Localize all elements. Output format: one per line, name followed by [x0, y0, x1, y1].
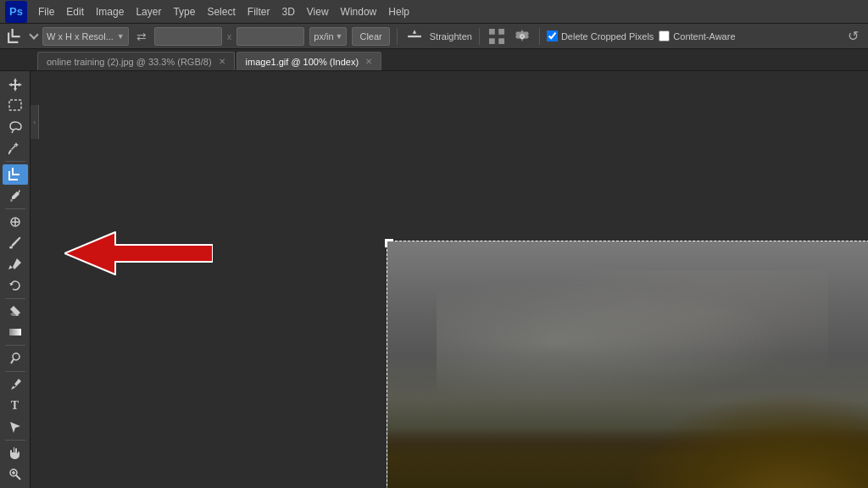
clouds-layer — [437, 270, 828, 413]
menu-edit[interactable]: Edit — [60, 3, 90, 20]
canvas-area[interactable]: › — [31, 71, 868, 488]
reset-icon[interactable]: ↺ — [843, 26, 863, 47]
tool-type[interactable]: T — [3, 396, 28, 416]
menu-3d[interactable]: 3D — [275, 3, 300, 20]
content-aware-checkbox[interactable] — [659, 30, 670, 42]
svg-line-13 — [16, 475, 20, 480]
tool-zoom[interactable] — [3, 464, 28, 485]
tab-image1[interactable]: image1.gif @ 100% (Index) ✕ — [236, 52, 381, 70]
menu-filter[interactable]: Filter — [242, 3, 276, 20]
svg-point-9 — [13, 353, 19, 360]
separator-1 — [397, 28, 398, 45]
tool-quick-select[interactable] — [3, 138, 28, 158]
tool-sep-3 — [5, 298, 25, 299]
svg-marker-16 — [64, 232, 213, 274]
svg-line-10 — [11, 359, 14, 363]
menu-window[interactable]: Window — [335, 3, 383, 20]
tool-move[interactable] — [3, 75, 28, 95]
tab-label-1: online training (2).jpg @ 33.3% (RGB/8) — [47, 57, 212, 67]
tool-lasso[interactable] — [3, 117, 28, 137]
delete-cropped-checkbox[interactable] — [547, 30, 558, 42]
unit-dropdown[interactable]: px/in ▼ — [309, 27, 347, 46]
svg-line-4 — [8, 150, 11, 154]
tool-eraser[interactable] — [3, 301, 28, 321]
tab-online-training[interactable]: online training (2).jpg @ 33.3% (RGB/8) … — [37, 52, 235, 70]
ps-logo: Ps — [5, 1, 27, 23]
tool-path-select[interactable] — [3, 417, 28, 437]
dimension-sep: x — [227, 31, 232, 42]
exchange-icon[interactable]: ⇄ — [134, 30, 149, 43]
ratio-dropdown[interactable]: W x H x Resol... ▼ — [42, 27, 129, 46]
straighten-label[interactable]: Straighten — [430, 31, 472, 42]
menu-help[interactable]: Help — [382, 3, 415, 20]
height-input[interactable] — [236, 27, 304, 46]
settings-icon[interactable] — [512, 26, 532, 47]
tool-sep-6 — [5, 440, 25, 441]
tool-brush[interactable] — [3, 233, 28, 253]
content-aware-group: Content-Aware — [659, 30, 735, 42]
tool-panel: T — [0, 71, 31, 488]
tool-sep-1 — [5, 161, 25, 162]
svg-point-7 — [9, 246, 13, 248]
tool-eyedropper[interactable] — [3, 186, 28, 206]
tab-close-1[interactable]: ✕ — [219, 57, 225, 66]
tool-history-brush[interactable] — [3, 275, 28, 296]
menu-select[interactable]: Select — [201, 3, 241, 20]
tool-dodge[interactable] — [3, 348, 28, 369]
panel-arrow[interactable]: › — [31, 105, 39, 139]
straighten-icon[interactable] — [404, 26, 425, 47]
options-tool-icon — [5, 26, 25, 47]
delete-cropped-group: Delete Cropped Pixels — [547, 30, 654, 42]
menu-image[interactable]: Image — [90, 3, 130, 20]
menu-view[interactable]: View — [301, 3, 335, 20]
width-input[interactable] — [154, 27, 222, 46]
tool-pen[interactable] — [3, 374, 28, 395]
menu-type[interactable]: Type — [167, 3, 201, 20]
menu-layer[interactable]: Layer — [130, 3, 167, 20]
svg-rect-0 — [408, 35, 421, 36]
tool-sep-4 — [5, 345, 25, 346]
tool-clone[interactable] — [3, 254, 28, 274]
tool-hand[interactable] — [3, 443, 28, 463]
svg-rect-2 — [9, 100, 21, 110]
grid-icon[interactable] — [487, 26, 507, 47]
separator-2 — [479, 28, 480, 45]
tab-label-2: image1.gif @ 100% (Index) — [246, 57, 359, 67]
svg-point-11 — [13, 385, 15, 387]
type-icon: T — [11, 399, 19, 413]
tool-dropdown-arrow[interactable] — [29, 30, 38, 39]
tool-healing[interactable] — [3, 212, 28, 232]
clear-button[interactable]: Clear — [352, 27, 389, 46]
separator-3 — [539, 28, 540, 45]
options-bar: W x H x Resol... ▼ ⇄ x px/in ▼ Clear Str… — [0, 24, 868, 49]
main-area: T › — [0, 71, 868, 488]
svg-rect-8 — [9, 329, 21, 336]
tool-gradient[interactable] — [3, 322, 28, 342]
tool-marquee[interactable] — [3, 96, 28, 116]
photo-canvas — [387, 241, 868, 488]
delete-cropped-label: Delete Cropped Pixels — [561, 31, 654, 42]
svg-marker-1 — [412, 30, 416, 34]
svg-rect-5 — [10, 199, 13, 202]
red-arrow-annotation — [64, 228, 213, 279]
content-aware-label: Content-Aware — [673, 31, 735, 42]
svg-line-3 — [12, 130, 14, 133]
tool-sep-2 — [5, 208, 25, 209]
tab-close-2[interactable]: ✕ — [365, 57, 372, 66]
menu-bar: Ps File Edit Image Layer Type Select Fil… — [0, 0, 868, 24]
tool-crop[interactable] — [3, 164, 28, 185]
tool-sep-5 — [5, 371, 25, 372]
tab-bar: online training (2).jpg @ 33.3% (RGB/8) … — [0, 49, 868, 71]
ratio-dropdown-arrow: ▼ — [117, 32, 125, 41]
menu-file[interactable]: File — [32, 3, 60, 20]
